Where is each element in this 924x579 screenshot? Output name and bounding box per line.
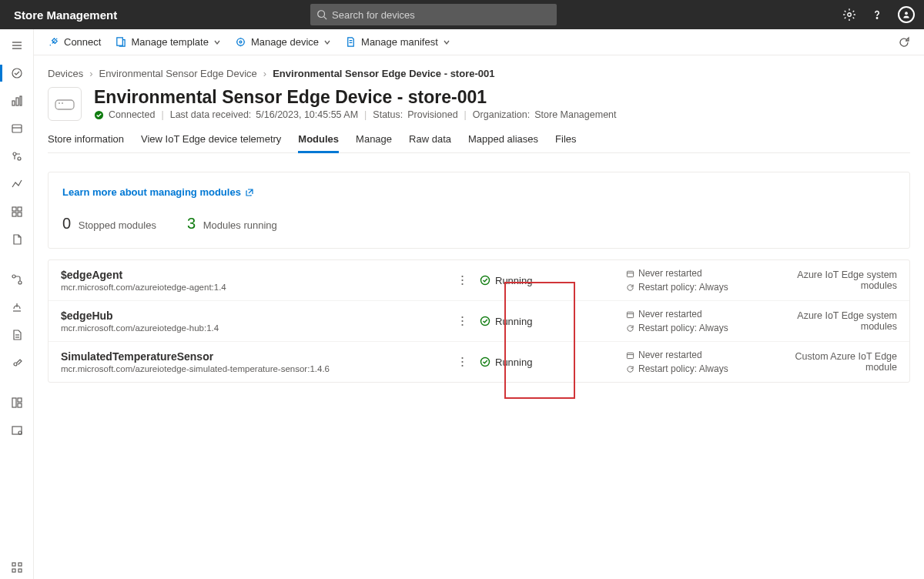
svg-line-1 [324,17,327,20]
nav-audit-logs[interactable] [0,323,34,346]
connect-button[interactable]: Connect [48,36,101,48]
nav-data-explorer[interactable] [0,200,34,223]
manage-manifest-label: Manage manifest [361,36,438,48]
nav-jobs[interactable] [0,228,34,251]
svg-rect-27 [18,398,22,402]
svg-rect-9 [12,101,15,105]
restart-count: Never restarted [626,266,765,280]
svg-point-4 [905,12,908,15]
nav-devices[interactable] [0,62,34,85]
module-status: Running [480,356,626,368]
module-image: mcr.microsoft.com/azureiotedge-hub:1.4 [61,323,461,333]
module-row[interactable]: $edgeAgent mcr.microsoft.com/azureiotedg… [49,260,909,300]
svg-point-56 [461,357,463,359]
tab-modules[interactable]: Modules [298,129,339,152]
top-right-controls [842,6,915,23]
svg-rect-12 [12,125,22,132]
command-bar: Connect Manage template Manage device Ma… [34,29,924,55]
svg-point-57 [461,361,463,363]
manage-manifest-button[interactable]: Manage manifest [345,36,450,48]
help-icon[interactable] [870,8,884,22]
tab-mapped-aliases[interactable]: Mapped aliases [468,129,538,152]
nav-app-settings[interactable] [0,391,34,414]
connect-label: Connect [64,36,101,48]
chevron-down-icon [323,38,331,46]
left-nav [0,29,34,579]
nav-data-export[interactable] [0,296,34,319]
search-input[interactable] [310,4,557,25]
svg-rect-18 [12,213,16,216]
main-content: Connect Manage template Manage device Ma… [34,29,924,579]
module-type: Custom Azure IoT Edge module [765,351,897,373]
breadcrumb-root[interactable]: Devices [48,68,83,79]
breadcrumb-parent[interactable]: Environmental Sensor Edge Device [99,68,257,79]
svg-point-44 [461,276,463,277]
restart-count: Never restarted [626,307,765,321]
module-more-icon[interactable] [461,356,480,367]
nav-device-groups[interactable] [0,117,34,140]
breadcrumb-current: Environmental Sensor Edge Device - store… [273,68,494,79]
module-name: $edgeHub [61,310,461,322]
tab-telemetry[interactable]: View IoT Edge device telemetry [141,129,281,152]
module-more-icon[interactable] [461,275,480,286]
svg-rect-16 [12,207,16,211]
module-row[interactable]: $edgeHub mcr.microsoft.com/azureiotedge-… [49,300,909,341]
svg-rect-29 [12,427,22,434]
restart-policy: Restart policy: Always [626,321,765,335]
hamburger-icon[interactable] [0,34,34,57]
running-icon [480,275,490,286]
connected-icon [94,110,104,120]
svg-point-3 [876,18,877,18]
refresh-button[interactable] [898,36,910,49]
svg-rect-33 [12,569,15,572]
nav-dashboards[interactable] [0,89,34,112]
svg-rect-60 [627,353,633,358]
svg-rect-31 [12,563,15,566]
account-icon[interactable] [898,6,915,23]
last-data-label: Last data received: [170,109,252,120]
running-count: 3 [187,215,196,232]
breadcrumb-sep: › [89,68,92,79]
search-icon [316,9,327,20]
modules-summary-panel: Learn more about managing modules 0 Stop… [48,172,910,249]
svg-rect-19 [18,213,22,216]
nav-permissions[interactable] [0,351,34,374]
tab-raw-data[interactable]: Raw data [409,129,451,152]
svg-rect-54 [627,312,633,317]
settings-icon[interactable] [842,8,856,22]
svg-point-21 [18,281,22,284]
nav-analytics[interactable] [0,172,34,196]
svg-point-37 [239,41,242,43]
module-list: $edgeAgent mcr.microsoft.com/azureiotedg… [48,259,910,383]
svg-rect-17 [18,207,22,211]
module-more-icon[interactable] [461,316,480,326]
svg-point-45 [461,279,463,281]
stopped-count: 0 [62,215,71,232]
tab-manage[interactable]: Manage [356,129,392,152]
nav-apps[interactable] [0,556,34,579]
module-status: Running [480,275,626,286]
manage-template-label: Manage template [131,36,208,48]
calendar-icon [626,310,634,319]
device-title: Environmental Sensor Edge Device - store… [94,87,617,108]
device-thumb-icon [48,87,82,121]
nav-customization[interactable] [0,419,34,442]
svg-rect-48 [627,271,633,276]
tab-files[interactable]: Files [555,129,576,152]
manage-template-button[interactable]: Manage template [115,36,220,48]
nav-rules[interactable] [0,268,34,291]
org-value: Store Management [534,109,616,120]
external-link-icon [245,188,254,197]
svg-point-50 [461,316,463,318]
stopped-label: Stopped modules [79,219,156,231]
nav-device-templates[interactable] [0,145,34,168]
org-label: Organization: [473,109,530,120]
module-row[interactable]: SimulatedTemperatureSensor mcr.microsoft… [49,341,909,382]
svg-rect-10 [16,98,18,105]
learn-more-link[interactable]: Learn more about managing modules [62,186,254,198]
module-name: SimulatedTemperatureSensor [61,350,461,363]
tab-store-information[interactable]: Store information [48,129,124,152]
module-name: $edgeAgent [61,269,461,281]
manage-device-button[interactable]: Manage device [235,36,331,48]
restart-policy: Restart policy: Always [626,280,765,294]
